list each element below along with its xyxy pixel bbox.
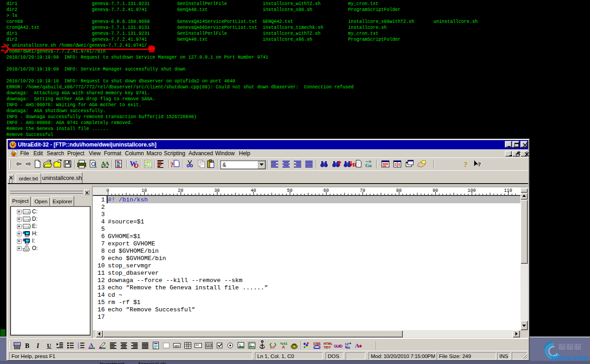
svg-text:100: 100 — [467, 188, 476, 193]
svg-text:0: 0 — [106, 188, 109, 193]
svg-text:U: U — [47, 342, 51, 349]
svg-text:30: 30 — [214, 188, 220, 193]
svg-text:abl: abl — [207, 344, 211, 347]
svg-text:O:: O: — [32, 245, 38, 251]
svg-text:&dt: &dt — [270, 346, 275, 349]
svg-text:**: ** — [196, 343, 200, 348]
svg-text:011: 011 — [145, 164, 151, 168]
svg-text:GUID: GUID — [334, 344, 343, 348]
svg-text:E:: E: — [32, 223, 37, 229]
svg-text:110: 110 — [504, 188, 512, 193]
svg-text:00: 00 — [346, 346, 350, 350]
svg-text:TiDY: TiDY — [324, 346, 331, 349]
svg-text:R: R — [352, 161, 357, 168]
svg-text:H:: H: — [32, 230, 38, 237]
svg-text:iyunv.com: iyunv.com — [551, 353, 588, 362]
svg-text:70: 70 — [360, 188, 365, 193]
svg-text:W: W — [130, 160, 137, 168]
svg-text:A: A — [105, 160, 109, 167]
svg-text:B: B — [25, 342, 29, 349]
svg-text:&: & — [222, 162, 226, 168]
svg-text:50: 50 — [287, 188, 292, 193]
svg-text:40: 40 — [250, 188, 256, 193]
svg-text:I:: I: — [32, 238, 35, 244]
svg-text:C:: C: — [32, 208, 38, 215]
svg-text:A: A — [355, 342, 360, 349]
svg-text:D:: D: — [32, 216, 38, 222]
svg-text:Go: Go — [365, 163, 372, 168]
svg-text:?: ? — [478, 161, 481, 168]
svg-text:A: A — [282, 345, 285, 349]
svg-text:20: 20 — [178, 188, 183, 193]
svg-text:60: 60 — [323, 188, 329, 193]
svg-text:A: A — [89, 342, 94, 348]
svg-text:90: 90 — [433, 188, 438, 193]
svg-text:I: I — [36, 342, 39, 349]
svg-text:HTML: HTML — [324, 342, 333, 345]
svg-text:10: 10 — [141, 188, 147, 193]
svg-text:abl: abl — [174, 344, 179, 348]
svg-text:3: 3 — [77, 347, 79, 349]
svg-text:?: ? — [464, 161, 467, 168]
svg-text:80: 80 — [396, 188, 401, 193]
svg-text:?: ? — [170, 162, 173, 168]
